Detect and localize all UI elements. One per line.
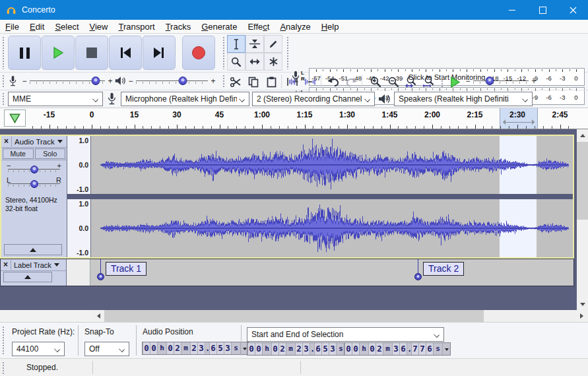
label-handle[interactable] — [97, 273, 104, 280]
silence-audio-button[interactable] — [302, 74, 319, 90]
menu-effect[interactable]: Effect — [242, 21, 275, 32]
play-speed-track[interactable] — [473, 78, 529, 84]
project-rate-select[interactable]: 44100 — [12, 342, 65, 356]
play-speed-thumb[interactable] — [486, 77, 494, 85]
snap-to-select[interactable]: Off — [84, 342, 129, 356]
label-track-name[interactable]: Label Track — [14, 261, 51, 269]
audio-position-field[interactable]: 00h02m23.653s — [142, 342, 249, 355]
vertical-scrollbar[interactable] — [577, 129, 588, 310]
playback-device-select[interactable]: Speakers (Realtek High Definiti — [394, 92, 533, 106]
selection-end-field[interactable]: 00h02m36.776s — [344, 342, 451, 356]
recording-channels-select[interactable]: 2 (Stereo) Recording Channels — [252, 92, 375, 106]
audio-track-close-button[interactable]: × — [1, 137, 12, 146]
trim-audio-button[interactable] — [284, 74, 301, 90]
skip-to-start-button[interactable] — [109, 36, 142, 70]
pan-slider[interactable]: L R — [7, 177, 61, 189]
tools-toolbar-grip[interactable] — [222, 36, 225, 69]
fit-selection-button[interactable] — [403, 74, 420, 90]
audio-track-menu-icon[interactable] — [57, 140, 63, 146]
scroll-down-button[interactable] — [577, 299, 588, 310]
transport-toolbar-grip[interactable] — [2, 36, 5, 69]
menu-file[interactable]: File — [0, 21, 24, 32]
waveform-channel-2[interactable] — [91, 199, 573, 257]
label-track-menu-icon[interactable] — [54, 263, 59, 269]
menu-help[interactable]: Help — [316, 21, 344, 32]
selection-start-field[interactable]: 00h02m23.653s — [247, 342, 354, 356]
menu-generate[interactable]: Generate — [196, 21, 242, 32]
meter-toolbar-grip[interactable] — [286, 36, 289, 69]
zoom-tool-button[interactable] — [227, 53, 245, 71]
play-at-speed-slider[interactable]: − + — [465, 78, 537, 84]
waveform-channel-1[interactable] — [91, 136, 573, 194]
selection-tool-button[interactable] — [227, 35, 245, 53]
cut-button[interactable] — [227, 74, 244, 90]
edit-toolbar-grip[interactable] — [222, 75, 225, 88]
copy-button[interactable] — [245, 74, 262, 90]
device-toolbar-grip[interactable] — [2, 92, 5, 106]
label-text-box[interactable]: Track 2 — [423, 262, 464, 276]
playback-volume-thumb[interactable] — [178, 77, 187, 85]
playback-volume-slider[interactable]: − + — [127, 78, 216, 84]
gain-thumb[interactable] — [30, 166, 38, 173]
pause-button[interactable] — [8, 36, 41, 70]
multi-tool-button[interactable] — [264, 53, 282, 71]
audio-host-select[interactable]: MME — [8, 92, 103, 106]
menu-transport[interactable]: Transport — [113, 21, 160, 32]
paste-button[interactable] — [263, 74, 280, 90]
vertical-scroll-thumb[interactable] — [577, 142, 588, 220]
label-track-content[interactable]: Track 1Track 2 — [90, 259, 573, 286]
recording-volume-slider[interactable]: − + — [21, 78, 114, 84]
scroll-up-button[interactable] — [577, 129, 588, 141]
stop-button[interactable] — [75, 36, 108, 70]
mute-button[interactable]: Mute — [3, 148, 34, 159]
label-track-collapse-button[interactable] — [3, 272, 52, 282]
audio-track-collapse-button[interactable] — [4, 244, 62, 255]
gain-slider[interactable]: − + — [7, 163, 61, 175]
play-at-speed-toolbar-grip[interactable] — [441, 75, 443, 88]
timeline-tick — [500, 126, 501, 129]
mixer-toolbar-grip[interactable] — [2, 75, 5, 88]
vertical-ruler-ch2[interactable]: 1.0 0.0 -1.0 — [67, 199, 91, 257]
scroll-right-button[interactable] — [576, 310, 588, 322]
timeline-ruler[interactable]: -1501530451:001:151:301:452:002:152:302:… — [0, 108, 588, 129]
envelope-tool-button[interactable] — [245, 35, 264, 53]
timeline-options-button[interactable] — [4, 110, 26, 127]
record-button[interactable] — [182, 36, 215, 70]
horizontal-scrollbar[interactable] — [0, 310, 588, 322]
zoom-in-button[interactable] — [367, 74, 384, 90]
draw-tool-button[interactable] — [264, 35, 282, 53]
fit-project-button[interactable] — [420, 74, 438, 90]
minimize-button[interactable] — [497, 0, 527, 20]
play-button[interactable] — [42, 36, 75, 70]
label-track-close-button[interactable]: × — [1, 260, 11, 270]
close-button[interactable] — [558, 0, 588, 20]
recording-volume-thumb[interactable] — [92, 77, 100, 85]
menu-analyze[interactable]: Analyze — [275, 21, 315, 32]
zoom-out-button[interactable] — [385, 74, 402, 90]
menu-view[interactable]: View — [84, 21, 114, 32]
horizontal-scroll-thumb[interactable] — [104, 310, 484, 322]
menu-tracks[interactable]: Tracks — [160, 21, 197, 32]
label-handle[interactable] — [414, 273, 422, 280]
menu-select[interactable]: Select — [49, 21, 84, 32]
maximize-button[interactable] — [527, 0, 558, 20]
time-shift-tool-button[interactable] — [245, 53, 264, 71]
undo-button[interactable] — [325, 74, 342, 90]
audio-track-name[interactable]: Audio Track — [15, 138, 55, 146]
scroll-left-button[interactable] — [92, 310, 104, 322]
skip-to-end-button[interactable] — [143, 36, 176, 70]
vertical-ruler-ch1[interactable]: 1.0 0.0 -1.0 — [67, 136, 91, 194]
time-field-caret[interactable] — [443, 343, 450, 355]
selection-toolbar-grip[interactable] — [2, 326, 5, 355]
pan-thumb[interactable] — [30, 180, 38, 188]
recording-volume-track[interactable] — [30, 78, 105, 84]
playback-volume-track[interactable] — [136, 78, 208, 84]
label-text-box[interactable]: Track 1 — [106, 262, 147, 276]
redo-button[interactable] — [343, 74, 360, 90]
track-workspace[interactable]: × Audio Track Mute Solo − + L R — [0, 129, 588, 310]
solo-button[interactable]: Solo — [35, 148, 66, 159]
selection-range-mode-select[interactable]: Start and End of Selection — [247, 327, 444, 342]
recording-device-select[interactable]: Microphone (Realtek High Defini — [121, 92, 249, 106]
play-at-speed-button[interactable] — [446, 74, 463, 90]
menu-edit[interactable]: Edit — [24, 21, 49, 32]
